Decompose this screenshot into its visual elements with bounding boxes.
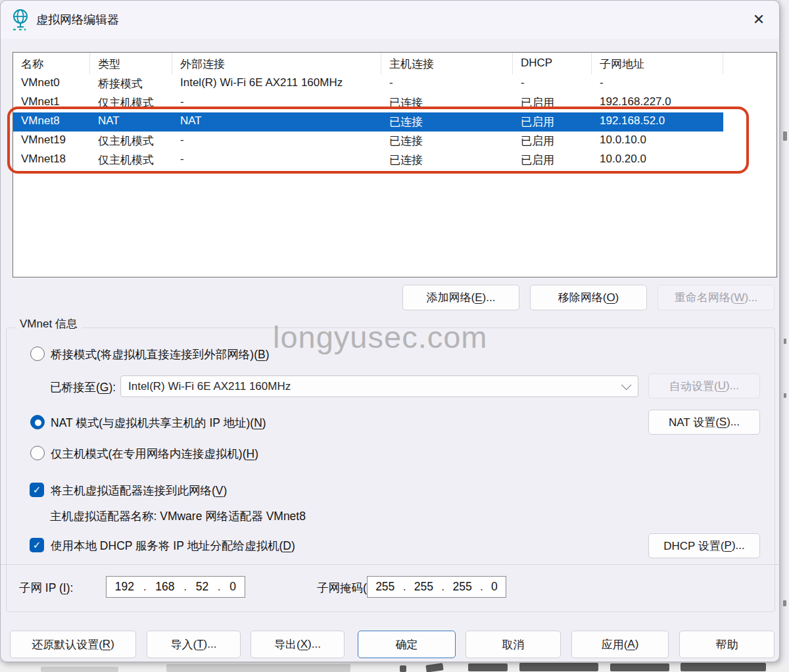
network-list-body: VMnet0桥接模式Intel(R) Wi-Fi 6E AX211 160MHz… (13, 74, 777, 170)
ok-button[interactable]: 确定 (358, 631, 456, 658)
ip-octet[interactable]: 255 (375, 580, 394, 594)
background-fragment (519, 663, 598, 671)
help-button[interactable]: 帮助 (679, 631, 775, 658)
add-network-button[interactable]: 添加网络(E)... (402, 285, 519, 310)
network-list-header: 名称类型外部连接主机连接DHCP子网地址 (13, 53, 777, 74)
connect-host-adapter-checkbox[interactable]: ✓ (30, 483, 44, 497)
background-fragment (783, 132, 787, 141)
ip-separator: . (441, 580, 444, 594)
host-only-mode-radio[interactable] (30, 446, 45, 460)
ip-separator: . (480, 580, 483, 594)
table-cell: VMnet19 (13, 132, 90, 151)
table-cell: - (172, 93, 381, 112)
table-row[interactable]: VMnet8NATNAT已连接已启用192.168.52.0 (13, 112, 723, 132)
table-row[interactable]: VMnet19仅主机模式-已连接已启用10.0.10.0 (13, 132, 723, 151)
background-fragment (681, 663, 766, 671)
table-row[interactable]: VMnet0桥接模式Intel(R) Wi-Fi 6E AX211 160MHz… (13, 74, 723, 93)
title-bar: 虚拟网络编辑器 ✕ (1, 1, 779, 39)
table-cell: - (513, 74, 592, 93)
table-cell: 已连接 (381, 112, 513, 132)
export-button[interactable]: 导出(X)... (251, 631, 345, 658)
ip-octet[interactable]: 0 (491, 580, 498, 594)
table-cell: 10.0.20.0 (592, 151, 723, 170)
table-cell: VMnet0 (13, 74, 90, 93)
background-fragment (784, 339, 786, 344)
bridged-adapter-value: Intel(R) Wi-Fi 6E AX211 160MHz (128, 380, 621, 393)
bridged-to-label: 已桥接至(G): (50, 379, 116, 395)
ip-octet[interactable]: 255 (414, 580, 433, 594)
bridged-adapter-select[interactable]: Intel(R) Wi-Fi 6E AX211 160MHz (120, 375, 638, 397)
background-fragment (166, 664, 350, 672)
apply-button[interactable]: 应用(A) (571, 631, 669, 658)
bridged-mode-label[interactable]: 桥接模式(将虚拟机直接连接到外部网络)(B) (51, 347, 270, 362)
column-header[interactable]: 主机连接 (381, 53, 513, 74)
rename-network-button: 重命名网络(W)... (658, 285, 775, 310)
auto-settings-button: 自动设置(U)... (648, 373, 760, 398)
table-row[interactable]: VMnet1仅主机模式-已连接已启用192.168.227.0 (13, 93, 723, 112)
column-header[interactable]: 类型 (90, 53, 172, 74)
table-cell: VMnet8 (13, 112, 90, 132)
table-cell: - (172, 132, 381, 151)
local-dhcp-label[interactable]: 使用本地 DHCP 服务将 IP 地址分配给虚拟机(D) (51, 538, 295, 554)
ip-octet[interactable]: 255 (452, 580, 471, 594)
background-fragment (468, 663, 508, 671)
cancel-button[interactable]: 取消 (466, 631, 561, 658)
table-row[interactable]: VMnet18仅主机模式-已连接已启用10.0.20.0 (13, 151, 723, 170)
table-cell: - (381, 74, 513, 93)
ip-separator: . (403, 580, 406, 594)
ip-octet[interactable]: 192 (115, 580, 134, 594)
table-cell: NAT (172, 112, 381, 132)
table-cell: 已启用 (513, 132, 592, 151)
restore-defaults-button[interactable]: 还原默认设置(R) (10, 631, 136, 658)
column-header[interactable]: 子网地址 (592, 53, 723, 74)
subnet-mask-input[interactable]: 255.255.255.0 (367, 576, 506, 598)
table-cell: 已启用 (513, 93, 592, 112)
table-cell: NAT (90, 112, 172, 132)
network-list: 名称类型外部连接主机连接DHCP子网地址 VMnet0桥接模式Intel(R) … (12, 52, 777, 277)
import-button[interactable]: 导入(T)... (147, 631, 241, 658)
ip-octet[interactable]: 0 (229, 580, 236, 594)
table-cell: 已启用 (513, 151, 592, 170)
background-fragment (41, 667, 118, 672)
vmnet-info-group-label: VMnet 信息 (15, 316, 82, 331)
ip-separator: . (183, 580, 187, 594)
subnet-ip-input[interactable]: 192.168.52.0 (106, 576, 245, 598)
column-header[interactable]: DHCP (513, 53, 592, 74)
dialog-title: 虚拟网络编辑器 (36, 12, 119, 28)
column-header[interactable]: 名称 (13, 53, 90, 74)
virtual-network-editor-dialog: 虚拟网络编辑器 ✕ 名称类型外部连接主机连接DHCP子网地址 VMnet0桥接模… (0, 0, 780, 662)
background-fragment (784, 393, 786, 398)
column-header[interactable]: 外部连接 (172, 53, 381, 74)
table-cell: Intel(R) Wi-Fi 6E AX211 160MHz (172, 74, 381, 93)
table-cell: 10.0.10.0 (592, 132, 723, 151)
bridged-mode-radio[interactable] (30, 347, 45, 361)
local-dhcp-checkbox[interactable]: ✓ (30, 538, 44, 552)
table-cell: 已连接 (381, 132, 513, 151)
background-fragment (783, 600, 786, 606)
table-cell: 仅主机模式 (90, 93, 172, 112)
close-icon[interactable]: ✕ (744, 5, 774, 35)
ip-separator: . (143, 580, 147, 594)
host-only-mode-label[interactable]: 仅主机模式(在专用网络内连接虚拟机)(H) (51, 446, 258, 462)
dhcp-settings-button[interactable]: DHCP 设置(P)... (648, 533, 760, 558)
table-cell: 已连接 (381, 93, 513, 112)
background-window-strip (780, 0, 789, 672)
ip-octet[interactable]: 168 (155, 580, 174, 594)
background-fragment (400, 665, 406, 672)
table-cell: VMnet1 (13, 93, 90, 112)
remove-network-button[interactable]: 移除网络(O) (530, 285, 647, 310)
table-cell: 仅主机模式 (90, 151, 172, 170)
table-cell: 桥接模式 (90, 74, 172, 93)
nat-mode-radio[interactable] (30, 415, 45, 429)
host-adapter-name-text: 主机虚拟适配器名称: VMware 网络适配器 VMnet8 (50, 508, 306, 524)
nat-settings-button[interactable]: NAT 设置(S)... (648, 410, 760, 435)
connect-host-adapter-label[interactable]: 将主机虚拟适配器连接到此网络(V) (51, 483, 227, 498)
table-cell: - (172, 151, 381, 170)
table-cell: 仅主机模式 (90, 132, 172, 151)
nat-mode-label[interactable]: NAT 模式(与虚拟机共享主机的 IP 地址)(N) (51, 415, 266, 431)
background-window-strip (0, 663, 789, 672)
column-header-spacer (723, 53, 777, 74)
table-cell: - (592, 74, 723, 93)
separator (1, 564, 780, 565)
ip-octet[interactable]: 52 (196, 580, 208, 594)
